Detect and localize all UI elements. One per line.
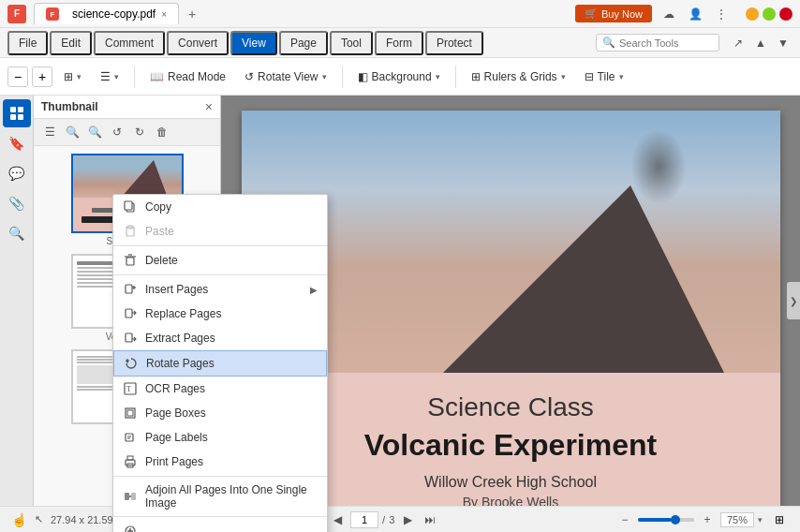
tile-button[interactable]: ⊟ Tile ▾ [577, 66, 631, 87]
context-insert-pages[interactable]: Insert Pages ▶ [113, 277, 327, 302]
svg-marker-16 [126, 359, 129, 363]
menu-protect[interactable]: Protect [425, 31, 483, 55]
menu-form[interactable]: Form [375, 31, 423, 55]
context-separator-2 [113, 274, 327, 275]
context-separator-1 [113, 245, 327, 246]
share-button[interactable]: ☁ [659, 5, 678, 23]
sidebar-search-button[interactable]: 🔍 [3, 219, 31, 247]
svg-rect-11 [126, 285, 132, 293]
sidebar-thumbnail-button[interactable] [3, 99, 31, 127]
page-layout-button[interactable]: ⊞ ▾ [56, 66, 89, 87]
context-rotate-pages[interactable]: Rotate Pages [113, 350, 327, 377]
thumb-menu-button[interactable]: ☰ [39, 122, 60, 142]
rotate-view-button[interactable]: ↺ Rotate View ▾ [237, 66, 333, 87]
cursor-arrow-icon: ↖ [35, 513, 43, 525]
menu-edit[interactable]: Edit [50, 31, 92, 55]
tab-filename: science-copy.pdf [72, 7, 156, 21]
thumb-zoom-in-button[interactable]: 🔍 [62, 122, 82, 142]
title-bar: F F science-copy.pdf × + 🛒 Buy Now ☁ 👤 ⋮ [0, 0, 800, 28]
svg-rect-0 [10, 107, 16, 112]
pdf-title-line2: Volcanic Experiment [270, 427, 752, 463]
minimize-button[interactable] [746, 7, 759, 21]
maximize-button[interactable] [763, 7, 776, 21]
search-tools-input[interactable] [619, 37, 713, 49]
close-button[interactable] [779, 7, 793, 21]
thumb-rotate-button[interactable]: ↺ [107, 122, 127, 142]
user-button[interactable]: 👤 [686, 5, 704, 23]
toolbar-separator-1 [134, 66, 135, 88]
document-tab[interactable]: F science-copy.pdf × [34, 3, 179, 24]
context-page-labels[interactable]: Page Labels [113, 425, 327, 450]
copy-icon [123, 200, 138, 214]
menu-comment[interactable]: Comment [94, 31, 165, 55]
fit-page-button[interactable]: ⊞ [770, 510, 789, 529]
sidebar-comment-button[interactable]: 💬 [3, 159, 31, 187]
zoom-dropdown-arrow[interactable]: ▾ [758, 515, 763, 525]
zoom-in-status-button[interactable]: + [698, 510, 717, 529]
menu-view[interactable]: View [230, 31, 277, 55]
sidebar-bookmark-button[interactable]: 🔖 [3, 129, 31, 157]
context-ocr-pages-label: OCR Pages [145, 382, 205, 395]
menu-file[interactable]: File [7, 31, 48, 55]
menu-tool[interactable]: Tool [330, 31, 373, 55]
context-replace-pages[interactable]: Replace Pages [113, 302, 327, 326]
sidebar-attachment-button[interactable]: 📎 [3, 189, 31, 217]
context-page-boxes-label: Page Boxes [145, 406, 206, 420]
context-page-boxes[interactable]: Page Boxes [113, 401, 327, 425]
external-link-button[interactable]: ↗ [729, 34, 748, 52]
title-bar-actions: 🛒 Buy Now ☁ 👤 ⋮ [575, 5, 793, 23]
read-mode-icon: 📖 [150, 70, 164, 83]
search-tools-box[interactable]: 🔍 [596, 34, 719, 52]
app-logo: F [7, 5, 26, 23]
zoom-slider[interactable] [638, 518, 694, 522]
context-extract-pages-label: Extract Pages [145, 332, 215, 345]
collapse-button[interactable]: ▼ [774, 34, 793, 52]
svg-rect-3 [18, 114, 23, 120]
rulers-grids-button[interactable]: ⊞ Rulers & Grids ▾ [464, 66, 573, 87]
svg-rect-20 [127, 410, 133, 416]
context-menu: Copy Paste Delete Insert Pages ▶ [112, 194, 328, 532]
svg-rect-7 [127, 226, 133, 229]
context-extract-pages[interactable]: Extract Pages [113, 326, 327, 350]
context-print-pages[interactable]: Print Pages [113, 450, 327, 474]
context-delete[interactable]: Delete [113, 248, 327, 273]
more-button[interactable]: ⋮ [712, 5, 731, 23]
zoom-out-status-button[interactable]: − [615, 510, 634, 529]
tab-close-button[interactable]: × [161, 9, 167, 20]
zoom-out-button[interactable]: − [7, 66, 28, 87]
menu-convert[interactable]: Convert [167, 31, 229, 55]
thumb-rotate-cw-button[interactable]: ↻ [129, 122, 150, 142]
next-page-button[interactable]: ▶ [398, 510, 417, 529]
svg-rect-28 [131, 493, 136, 500]
thumbnail-panel-close[interactable]: × [205, 99, 213, 114]
background-icon: ◧ [358, 70, 368, 83]
svg-rect-5 [125, 201, 132, 210]
zoom-in-button[interactable]: + [32, 66, 52, 87]
context-copy[interactable]: Copy [113, 195, 327, 219]
read-mode-button[interactable]: 📖 Read Mode [142, 66, 233, 87]
svg-text:T: T [126, 385, 131, 393]
ocr-pages-icon: T [123, 381, 138, 396]
buy-now-button[interactable]: 🛒 Buy Now [575, 5, 652, 22]
thumb-delete-button[interactable]: 🗑 [152, 122, 172, 142]
right-panel-toggle[interactable]: ❯ [787, 282, 800, 319]
menu-page[interactable]: Page [279, 31, 328, 55]
search-icon: 🔍 [602, 37, 615, 49]
tab-icon: F [46, 7, 59, 21]
prev-page-button[interactable]: ◀ [328, 510, 347, 529]
background-button[interactable]: ◧ Background ▾ [350, 66, 448, 87]
context-ocr-pages[interactable]: T OCR Pages [113, 377, 327, 401]
last-page-button[interactable]: ⏭ [421, 510, 439, 529]
current-page-input[interactable] [350, 511, 378, 528]
new-tab-button[interactable]: + [183, 5, 201, 23]
page-layout-icon: ⊞ [64, 70, 73, 83]
expand-button[interactable]: ▲ [751, 34, 770, 52]
context-insert-pages-label: Insert Pages [145, 283, 208, 296]
thumb-zoom-out-button[interactable]: 🔍 [84, 122, 105, 142]
zoom-controls: − + 75% ▾ [615, 510, 763, 529]
page-view-button[interactable]: ☰ ▾ [93, 66, 126, 87]
context-adjoin[interactable]: Adjoin All Pages Into One Single Image [113, 479, 327, 514]
tile-icon: ⊟ [585, 70, 594, 83]
context-enlarge[interactable] [113, 519, 327, 532]
zoom-out-section: − [7, 66, 28, 87]
